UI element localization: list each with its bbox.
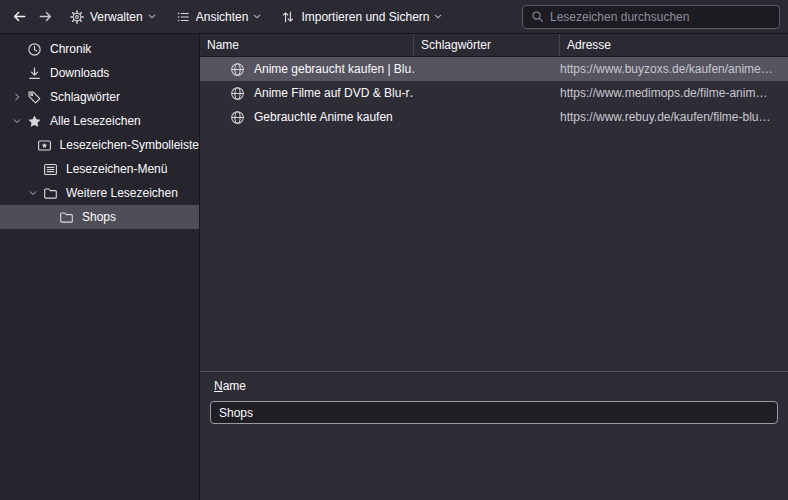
sidebar-item-all-bookmarks[interactable]: Alle Lesezeichen <box>0 109 199 133</box>
import-backup-menu-label: Importieren und Sichern <box>301 10 429 24</box>
chevron-down-icon <box>434 14 442 19</box>
sidebar-item-tags[interactable]: Schlagwörter <box>0 85 199 109</box>
globe-icon <box>230 86 245 101</box>
bookmarks-search-box[interactable] <box>522 5 780 29</box>
globe-icon <box>230 110 245 125</box>
globe-icon <box>230 62 245 77</box>
column-header-tags[interactable]: Schlagwörter <box>414 34 560 56</box>
library-sidebar: Chronik Downloads Schlagwörter <box>0 34 200 500</box>
forward-arrow-icon <box>38 9 53 24</box>
search-input[interactable] <box>550 10 771 24</box>
sidebar-item-downloads[interactable]: Downloads <box>0 61 199 85</box>
name-field-label: Name <box>214 379 788 393</box>
sidebar-item-label: Downloads <box>50 66 109 80</box>
bookmark-title: Anime Filme auf DVD & Blu-r… <box>254 86 414 100</box>
views-list-icon <box>176 10 190 24</box>
bookmark-title: Gebrauchte Anime kaufen <box>254 110 393 124</box>
bookmark-name-input[interactable] <box>210 401 778 424</box>
download-icon <box>26 66 42 81</box>
details-pane: Name <box>200 371 788 500</box>
column-header-address[interactable]: Adresse <box>560 34 788 56</box>
library-toolbar: Verwalten Ansichten <box>0 0 788 34</box>
back-arrow-icon <box>12 9 27 24</box>
bookmarks-menu-icon <box>42 162 58 177</box>
chevron-right-icon[interactable] <box>8 92 26 102</box>
bookmark-title: Anime gebraucht kaufen | Blu… <box>254 62 414 76</box>
bookmarks-main-pane: Name Schlagwörter Adresse Anime gebrauch… <box>200 34 788 500</box>
sidebar-item-label: Schlagwörter <box>50 90 120 104</box>
sidebar-item-other-bookmarks[interactable]: Weitere Lesezeichen <box>0 181 199 205</box>
views-menu-label: Ansichten <box>196 10 249 24</box>
sidebar-item-shops[interactable]: Shops <box>0 205 199 229</box>
clock-icon <box>26 42 42 57</box>
back-button[interactable] <box>6 4 32 30</box>
sidebar-item-label: Lesezeichen-Menü <box>66 162 167 176</box>
bookmark-url: https://www.buyzoxs.de/kaufen/anime… <box>560 62 788 76</box>
chevron-down-icon[interactable] <box>24 188 42 198</box>
import-backup-menu-button[interactable]: Importieren und Sichern <box>273 4 450 30</box>
bookmarks-list: Anime gebraucht kaufen | Blu… https://ww… <box>200 57 788 371</box>
organize-menu-button[interactable]: Verwalten <box>62 4 164 30</box>
views-menu-button[interactable]: Ansichten <box>168 4 270 30</box>
import-export-arrows-icon <box>281 10 295 24</box>
sidebar-item-bookmarks-toolbar[interactable]: Lesezeichen-Symbolleiste <box>0 133 199 157</box>
sidebar-item-history[interactable]: Chronik <box>0 37 199 61</box>
gear-icon <box>70 10 84 24</box>
chevron-down-icon <box>148 14 156 19</box>
folder-icon <box>58 210 74 225</box>
folder-icon <box>42 186 58 201</box>
sidebar-item-label: Lesezeichen-Symbolleiste <box>60 138 199 152</box>
sidebar-item-bookmarks-menu[interactable]: Lesezeichen-Menü <box>0 157 199 181</box>
chevron-down-icon <box>253 14 261 19</box>
bookmark-row[interactable]: Gebrauchte Anime kaufen https://www.rebu… <box>200 105 788 129</box>
search-icon <box>531 10 544 23</box>
chevron-down-icon[interactable] <box>8 116 26 126</box>
forward-button[interactable] <box>32 4 58 30</box>
sidebar-item-label: Alle Lesezeichen <box>50 114 141 128</box>
sidebar-item-label: Chronik <box>50 42 91 56</box>
library-body: Chronik Downloads Schlagwörter <box>0 34 788 500</box>
bookmark-row[interactable]: Anime Filme auf DVD & Blu-r… https://www… <box>200 81 788 105</box>
column-header-name[interactable]: Name <box>200 34 414 56</box>
tag-icon <box>26 90 42 105</box>
bookmarks-toolbar-icon <box>37 138 52 153</box>
organize-menu-label: Verwalten <box>90 10 143 24</box>
star-icon <box>26 114 42 129</box>
sidebar-item-label: Shops <box>82 210 116 224</box>
sidebar-item-label: Weitere Lesezeichen <box>66 186 178 200</box>
bookmarks-library-window: Verwalten Ansichten <box>0 0 788 500</box>
bookmark-row[interactable]: Anime gebraucht kaufen | Blu… https://ww… <box>200 57 788 81</box>
bookmarks-table-header: Name Schlagwörter Adresse <box>200 34 788 57</box>
bookmark-url: https://www.rebuy.de/kaufen/filme-blu… <box>560 110 788 124</box>
bookmark-url: https://www.medimops.de/filme-anim… <box>560 86 788 100</box>
